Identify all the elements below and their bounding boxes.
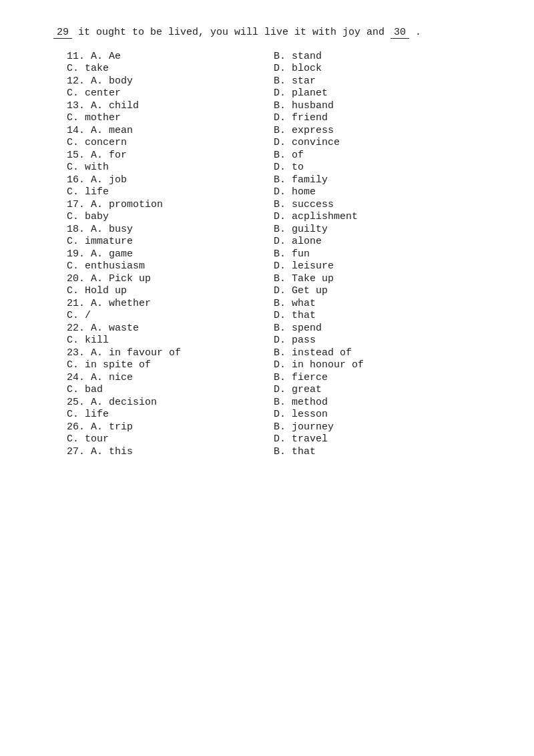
col-d-8: D. leisure	[267, 260, 481, 272]
question-row-cd-3: C. concernD. convince	[53, 137, 481, 148]
question-block-15: 15. A. forB. ofC. withD. to	[53, 150, 481, 173]
col-b-6: B. success	[267, 199, 481, 210]
question-row-cd-13: C. badD. great	[53, 384, 481, 395]
col-b-16: B. that	[267, 446, 481, 457]
question-block-27: 27. A. thisB. that	[53, 446, 481, 457]
col-c-15: C. tour	[53, 433, 267, 445]
col-d-14: D. lesson	[267, 409, 481, 420]
col-num-a-0: 11. A. Ae	[53, 51, 267, 62]
question-block-17: 17. A. promotionB. successC. babyD. acpl…	[53, 199, 481, 222]
col-c-4: C. with	[53, 162, 267, 173]
question-row-ab-0: 11. A. AeB. stand	[53, 51, 481, 62]
col-c-10: C. /	[53, 310, 267, 321]
col-num-a-16: 27. A. this	[53, 446, 267, 457]
question-block-25: 25. A. decisionB. methodC. lifeD. lesson	[53, 397, 481, 420]
question-row-cd-1: C. centerD. planet	[53, 87, 481, 99]
question-row-cd-7: C. immatureD. alone	[53, 236, 481, 247]
blank-30: 30	[390, 27, 409, 39]
col-num-a-3: 14. A. mean	[53, 125, 267, 136]
col-num-a-11: 22. A. waste	[53, 323, 267, 334]
col-b-9: B. Take up	[267, 273, 481, 285]
col-d-15: D. travel	[267, 433, 481, 445]
question-block-16: 16. A. jobB. familyC. lifeD. home	[53, 174, 481, 198]
col-num-a-13: 24. A. nice	[53, 372, 267, 383]
question-row-ab-8: 19. A. gameB. fun	[53, 248, 481, 260]
question-row-ab-7: 18. A. busyB. guilty	[53, 224, 481, 235]
col-c-12: C. in spite of	[53, 359, 267, 371]
question-block-22: 22. A. wasteB. spendC. killD. pass	[53, 323, 481, 346]
question-row-cd-8: C. enthusiasmD. leisure	[53, 260, 481, 272]
col-d-1: D. planet	[267, 87, 481, 99]
question-block-13: 13. A. childB. husbandC. motherD. friend	[53, 100, 481, 124]
question-block-23: 23. A. in favour ofB. instead ofC. in sp…	[53, 347, 481, 371]
col-b-10: B. what	[267, 298, 481, 309]
question-row-cd-10: C. /D. that	[53, 310, 481, 321]
col-num-a-4: 15. A. for	[53, 150, 267, 161]
question-block-11: 11. A. AeB. standC. takeD. block	[53, 51, 481, 74]
question-row-ab-10: 21. A. whetherB. what	[53, 298, 481, 309]
col-b-4: B. of	[267, 150, 481, 161]
col-c-11: C. kill	[53, 335, 267, 346]
question-row-ab-4: 15. A. forB. of	[53, 150, 481, 161]
col-num-a-12: 23. A. in favour of	[53, 347, 267, 359]
col-b-5: B. family	[267, 174, 481, 186]
question-row-cd-6: C. babyD. acplishment	[53, 211, 481, 222]
col-num-a-6: 17. A. promotion	[53, 199, 267, 210]
col-d-9: D. Get up	[267, 285, 481, 297]
col-c-13: C. bad	[53, 384, 267, 395]
question-row-cd-9: C. Hold upD. Get up	[53, 285, 481, 297]
question-row-ab-5: 16. A. jobB. family	[53, 174, 481, 186]
question-row-cd-15: C. tourD. travel	[53, 433, 481, 445]
blank-29: 29	[53, 27, 72, 39]
col-c-9: C. Hold up	[53, 285, 267, 297]
question-block-20: 20. A. Pick upB. Take upC. Hold upD. Get…	[53, 273, 481, 297]
question-block-18: 18. A. busyB. guiltyC. immatureD. alone	[53, 224, 481, 247]
question-block-12: 12. A. bodyB. starC. centerD. planet	[53, 75, 481, 99]
col-num-a-8: 19. A. game	[53, 248, 267, 260]
col-b-7: B. guilty	[267, 224, 481, 235]
col-b-0: B. stand	[267, 51, 481, 62]
question-row-cd-14: C. lifeD. lesson	[53, 409, 481, 420]
col-c-2: C. mother	[53, 112, 267, 124]
col-b-8: B. fun	[267, 248, 481, 260]
col-d-7: D. alone	[267, 236, 481, 247]
col-d-4: D. to	[267, 162, 481, 173]
col-d-3: D. convince	[267, 137, 481, 148]
question-block-21: 21. A. whetherB. whatC. /D. that	[53, 298, 481, 321]
col-num-a-1: 12. A. body	[53, 75, 267, 87]
col-b-1: B. star	[267, 75, 481, 87]
col-d-6: D. acplishment	[267, 211, 481, 222]
question-row-ab-6: 17. A. promotionB. success	[53, 199, 481, 210]
col-b-12: B. instead of	[267, 347, 481, 359]
question-row-cd-5: C. lifeD. home	[53, 186, 481, 198]
col-c-7: C. immature	[53, 236, 267, 247]
col-d-11: D. pass	[267, 335, 481, 346]
question-block-26: 26. A. tripB. journeyC. tourD. travel	[53, 421, 481, 445]
col-b-2: B. husband	[267, 100, 481, 112]
col-d-5: D. home	[267, 186, 481, 198]
col-d-10: D. that	[267, 310, 481, 321]
question-row-ab-12: 23. A. in favour ofB. instead of	[53, 347, 481, 359]
questions-container: 11. A. AeB. standC. takeD. block12. A. b…	[53, 51, 481, 457]
header-text: 29 it ought to be lived, you will live i…	[53, 27, 481, 39]
question-row-ab-3: 14. A. meanB. express	[53, 125, 481, 136]
question-row-ab-1: 12. A. bodyB. star	[53, 75, 481, 87]
col-num-a-5: 16. A. job	[53, 174, 267, 186]
col-b-15: B. journey	[267, 421, 481, 433]
question-row-ab-14: 25. A. decisionB. method	[53, 397, 481, 408]
col-c-14: C. life	[53, 409, 267, 420]
question-row-ab-2: 13. A. childB. husband	[53, 100, 481, 112]
question-row-cd-2: C. motherD. friend	[53, 112, 481, 124]
question-row-cd-11: C. killD. pass	[53, 335, 481, 346]
col-b-11: B. spend	[267, 323, 481, 334]
col-c-8: C. enthusiasm	[53, 260, 267, 272]
question-row-ab-15: 26. A. tripB. journey	[53, 421, 481, 433]
col-num-a-14: 25. A. decision	[53, 397, 267, 408]
col-b-14: B. method	[267, 397, 481, 408]
col-c-5: C. life	[53, 186, 267, 198]
question-row-ab-16: 27. A. thisB. that	[53, 446, 481, 457]
col-num-a-2: 13. A. child	[53, 100, 267, 112]
question-row-cd-12: C. in spite ofD. in honour of	[53, 359, 481, 371]
question-row-ab-13: 24. A. niceB. fierce	[53, 372, 481, 383]
col-c-6: C. baby	[53, 211, 267, 222]
